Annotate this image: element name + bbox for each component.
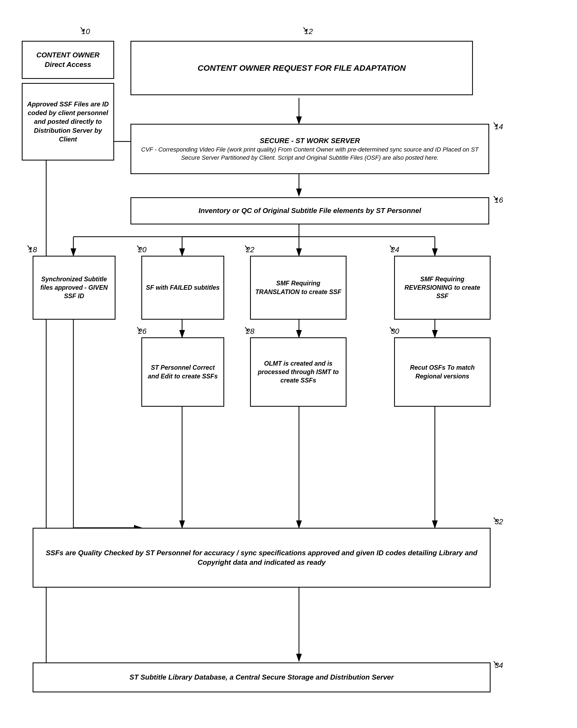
box-quality-text: SSFs are Quality Checked by ST Personnel…	[37, 548, 486, 567]
box-content-owner-request: CONTENT OWNER REQUEST FOR FILE ADAPTATIO…	[131, 41, 473, 95]
box-smf-reversioning: SMF Requiring REVERSIONING to create SSF	[394, 256, 491, 320]
box-st-personnel-text: ST Personnel Correct and Edit to create …	[146, 363, 220, 380]
box-content-owner-direct-text: CONTENT OWNER Direct Access	[26, 50, 110, 69]
box-smf-translation: SMF Requiring TRANSLATION to create SSF	[250, 256, 347, 320]
box-subtitle-library: ST Subtitle Library Database, a Central …	[33, 662, 491, 692]
box-content-owner-direct-sub: Approved SSF Files are ID coded by clien…	[22, 83, 114, 160]
box-olmt-text: OLMT is created and is processed through…	[255, 359, 342, 385]
box-st-personnel: ST Personnel Correct and Edit to create …	[141, 337, 224, 407]
box-smf-reversioning-text: SMF Requiring REVERSIONING to create SSF	[399, 275, 486, 300]
box-recut: Recut OSFs To match Regional versions	[394, 337, 491, 407]
box-secure-server-title: SECURE - ST WORK SERVER	[260, 136, 360, 146]
box-secure-server-body: CVF - Corresponding Video File (work pri…	[135, 146, 485, 162]
box-content-owner-request-text: CONTENT OWNER REQUEST FOR FILE ADAPTATIO…	[198, 62, 406, 74]
box-quality: SSFs are Quality Checked by ST Personnel…	[33, 528, 491, 588]
box-olmt: OLMT is created and is processed through…	[250, 337, 347, 407]
box-inventory-text: Inventory or QC of Original Subtitle Fil…	[198, 206, 421, 215]
box-secure-server: SECURE - ST WORK SERVER CVF - Correspond…	[131, 124, 489, 174]
box-content-owner-direct: CONTENT OWNER Direct Access	[22, 41, 114, 79]
box-inventory: Inventory or QC of Original Subtitle Fil…	[131, 197, 489, 225]
box-synchronized-text: Synchronized Subtitle files approved - G…	[37, 275, 111, 300]
box-content-owner-direct-sub-text: Approved SSF Files are ID coded by clien…	[26, 100, 110, 144]
box-synchronized: Synchronized Subtitle files approved - G…	[33, 256, 115, 320]
box-sf-failed: SF with FAILED subtitles	[141, 256, 224, 320]
box-sf-failed-text: SF with FAILED subtitles	[146, 284, 220, 292]
diagram-container: 10 ↘ 12 ↘ CONTENT OWNER Direct Access Ap…	[11, 11, 566, 717]
box-subtitle-library-text: ST Subtitle Library Database, a Central …	[129, 673, 393, 682]
box-smf-translation-text: SMF Requiring TRANSLATION to create SSF	[255, 279, 342, 296]
box-recut-text: Recut OSFs To match Regional versions	[399, 363, 486, 380]
